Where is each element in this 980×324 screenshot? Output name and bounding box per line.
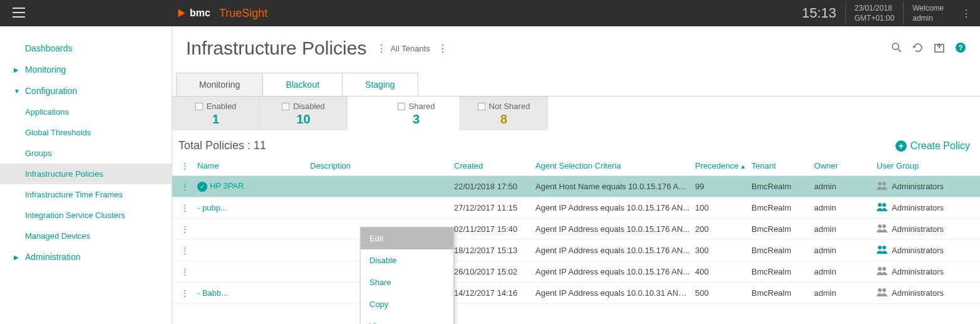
row-tenant: BmcRealm [751,224,814,234]
tenant-actions-icon[interactable]: ⋮ [434,43,451,55]
ctx-share[interactable]: Share [361,271,453,293]
row-usergroup-label: Administrators [892,288,944,298]
header-actions-icon[interactable]: ⋮ [172,161,197,170]
page-title: Infrastructure Policies [186,38,366,59]
row-actions-icon[interactable]: ⋮ [172,182,197,191]
refresh-icon[interactable] [912,42,924,55]
row-precedence: 100 [695,203,751,212]
tab-blackout[interactable]: Blackout [262,73,343,96]
col-name[interactable]: Name [197,161,310,170]
svg-point-13 [882,267,886,271]
row-actions-icon[interactable]: ⋮ [172,246,197,255]
row-tenant: BmcRealm [751,288,814,298]
svg-point-8 [878,224,882,228]
search-icon[interactable] [891,42,902,55]
table-row[interactable]: ⋮- Babb...14/12/2017 14:16Agent IP Addre… [172,283,980,304]
table-header: ⋮ Name Description Created Agent Selecti… [172,156,980,176]
col-tenant[interactable]: Tenant [751,161,814,170]
nav-administration[interactable]: ▶Administration [0,246,172,268]
total-policies-label: Total Policies : 11 [178,139,266,152]
svg-point-14 [878,288,882,292]
table-row[interactable]: ⋮- pubp...27/12/2017 11:15Agent IP Addre… [172,197,980,219]
ctx-edit-label: Edit [369,234,383,243]
top-bar: bmc TrueSight 15:13 23/01/2018 GMT+01:00… [0,0,980,26]
stat-not-shared-value: 8 [460,112,547,127]
ctx-copy[interactable]: Copy [361,293,453,315]
row-actions-icon[interactable]: ⋮ [172,203,197,212]
tab-blackout-label: Blackout [286,80,319,90]
row-usergroup-label: Administrators [892,267,944,276]
ctx-view-label: View [369,321,387,324]
row-created: 27/12/2017 11:15 [454,203,535,212]
row-agent: Agent IP Address equals 10.0.15.176 AN..… [535,203,695,212]
stat-enabled[interactable]: Enabled 1 [172,97,260,130]
row-context-menu: Edit Disable Share Copy View View Applic… [360,227,454,324]
ctx-edit[interactable]: Edit [361,227,453,249]
stat-shared-value: 3 [373,112,460,127]
nav-monitoring[interactable]: ▶Monitoring [0,59,172,80]
col-owner[interactable]: Owner [814,161,877,170]
col-description[interactable]: Description [310,161,454,170]
table-row[interactable]: ⋮✓HP 3PAR22/01/2018 17:50Agent Host Name… [172,176,980,197]
nav-dashboards-label: Dashboards [25,43,73,53]
policy-tabs: Monitoring Blackout Staging [172,73,980,97]
row-created: 26/10/2017 15:02 [454,267,535,276]
sidebar: Dashboards ▶Monitoring ▼Configuration Ap… [0,26,172,324]
row-precedence: 300 [695,246,751,255]
tab-staging[interactable]: Staging [342,73,418,96]
usergroup-icon [877,224,888,234]
row-name-link[interactable]: - Babb... [197,288,310,298]
checkbox-icon[interactable] [195,103,203,110]
nav-infra-time-frames[interactable]: Infrastructure Time Frames [0,184,172,205]
row-owner: admin [814,203,877,212]
ctx-share-label: Share [369,278,391,287]
stat-enabled-label: Enabled [207,102,237,111]
nav-managed-devices[interactable]: Managed Devices [0,226,172,246]
title-actions-icon[interactable]: ⋮ [373,43,390,55]
tab-monitoring[interactable]: Monitoring [176,73,263,96]
stat-not-shared[interactable]: Not Shared 8 [460,97,548,130]
row-name-link[interactable]: - pubp... [197,203,310,212]
top-right: 15:13 23/01/2018 GMT+01:00 Welcome admin… [802,0,980,26]
table-row[interactable]: ⋮02/11/2017 15:40Agent IP Address equals… [172,219,980,240]
brand-text: bmc [190,8,210,19]
row-name-link[interactable]: ✓HP 3PAR [197,181,310,192]
nav-applications-label: Applications [25,107,69,117]
caret-down-icon: ▼ [14,88,21,95]
col-created[interactable]: Created [454,161,535,170]
row-actions-icon[interactable]: ⋮ [172,288,197,298]
row-usergroup-label: Administrators [892,246,944,255]
checkbox-icon[interactable] [282,103,289,110]
nav-monitoring-label: Monitoring [25,65,66,75]
ctx-view[interactable]: View [361,315,453,324]
tab-staging-label: Staging [365,80,395,90]
col-usergroup[interactable]: User Group [877,161,980,170]
table-row[interactable]: ⋮26/10/2017 15:02Agent IP Address equals… [172,261,980,283]
nav-configuration[interactable]: ▼Configuration [0,80,172,102]
nav-groups[interactable]: Groups [0,143,172,164]
caret-right-icon: ▶ [14,254,21,261]
row-actions-icon[interactable]: ⋮ [172,267,197,276]
stat-disabled[interactable]: Disabled 10 [260,97,348,130]
nav-infra-policies[interactable]: Infrastructure Policies [0,164,172,184]
svg-point-12 [878,267,882,271]
col-precedence[interactable]: Precedence▲ [695,161,751,170]
usergroup-icon [877,245,888,256]
top-menu-icon[interactable]: ⋮ [952,8,980,19]
nav-applications[interactable]: Applications [0,102,172,122]
export-icon[interactable] [934,42,945,55]
stat-shared[interactable]: Shared 3 [373,97,460,130]
checkbox-icon[interactable] [398,103,405,110]
table-row[interactable]: ⋮18/12/2017 15:13Agent IP Address equals… [172,240,980,261]
nav-integration-clusters[interactable]: Integration Service Clusters [0,205,172,226]
ctx-disable[interactable]: Disable [361,249,453,271]
create-policy-button[interactable]: + Create Policy [895,140,974,152]
user-name: admin [912,13,944,23]
hamburger-icon[interactable] [13,8,25,19]
checkbox-icon[interactable] [478,103,485,110]
nav-dashboards[interactable]: Dashboards [0,38,172,59]
help-icon[interactable]: ? [955,42,966,55]
nav-global-thresholds[interactable]: Global Thresholds [0,122,172,143]
col-agent[interactable]: Agent Selection Criteria [535,161,695,170]
row-actions-icon[interactable]: ⋮ [172,224,197,234]
